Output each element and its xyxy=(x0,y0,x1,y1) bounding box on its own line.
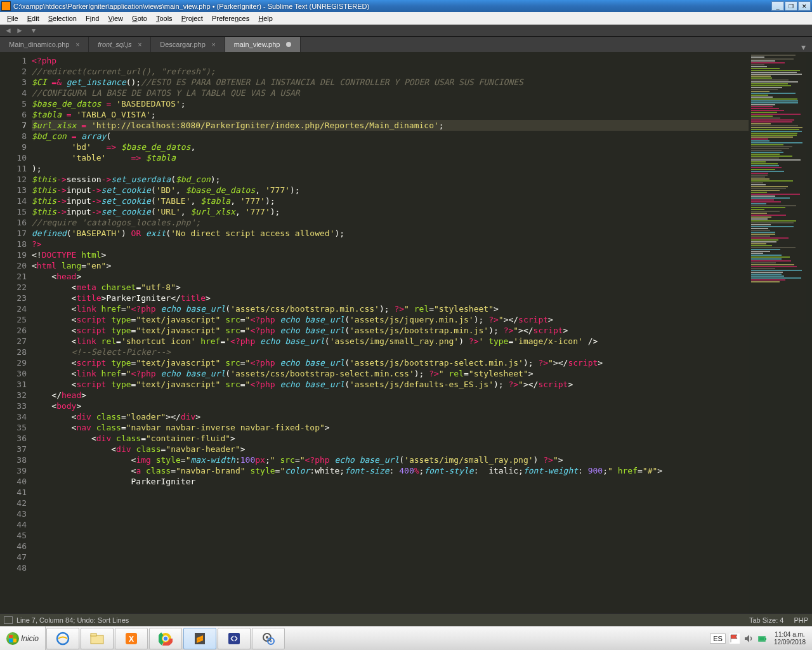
code-line[interactable]: <?php xyxy=(32,55,749,66)
code-line[interactable]: //require 'catalogos_locales.php'; xyxy=(32,217,749,228)
line-number[interactable]: 45 xyxy=(0,530,27,541)
code-line[interactable]: <script type="text/javascript" src="<?ph… xyxy=(32,379,749,390)
tray-power-icon[interactable] xyxy=(757,633,768,644)
code-line[interactable]: defined('BASEPATH') OR exit('No direct s… xyxy=(32,228,749,239)
minimap[interactable] xyxy=(749,52,812,613)
menu-view[interactable]: View xyxy=(103,13,128,23)
line-number[interactable]: 43 xyxy=(0,508,27,519)
code-line[interactable]: <img style="max-width:100px;" src="<?php… xyxy=(32,454,749,465)
task-devtools[interactable] xyxy=(218,628,251,649)
line-number[interactable]: 11 xyxy=(0,163,27,174)
menu-tools[interactable]: Tools xyxy=(152,13,177,23)
status-language[interactable]: PHP xyxy=(794,616,808,624)
line-number[interactable]: 2 xyxy=(0,66,27,77)
line-number[interactable]: 13 xyxy=(0,185,27,196)
menu-file[interactable]: File xyxy=(3,13,23,23)
code-line[interactable]: <nav class="navbar navbar-inverse navbar… xyxy=(32,422,749,433)
code-line[interactable]: <!DOCTYPE html> xyxy=(32,249,749,260)
line-number[interactable]: 34 xyxy=(0,411,27,422)
code-line[interactable]: <head> xyxy=(32,271,749,282)
close-tab-icon[interactable]: × xyxy=(212,41,216,48)
menu-preferences[interactable]: Preferences xyxy=(207,13,254,23)
task-sublime[interactable] xyxy=(183,628,216,649)
code-line[interactable]: <a class="navbar-brand" style="color:whi… xyxy=(32,465,749,476)
menu-selection[interactable]: Selection xyxy=(44,13,81,23)
tray-clock[interactable]: 11:04 a.m. 12/09/2018 xyxy=(771,631,808,646)
task-ie[interactable] xyxy=(46,628,79,649)
code-line[interactable]: $url_xlsx = 'http://localhost:8080/Parke… xyxy=(32,120,749,131)
code-line[interactable]: <!--Select-Picker--> xyxy=(32,347,749,357)
menu-find[interactable]: Find xyxy=(81,13,103,23)
line-number[interactable]: 27 xyxy=(0,336,27,347)
tab-main_dinamico-php[interactable]: Main_dinamico.php× xyxy=(0,37,89,52)
line-number[interactable]: 17 xyxy=(0,228,27,239)
line-number[interactable]: 32 xyxy=(0,390,27,401)
task-services[interactable] xyxy=(252,628,285,649)
code-line[interactable]: $bd_con = array( xyxy=(32,131,749,142)
tab-main_view-php[interactable]: main_view.php xyxy=(225,37,301,52)
code-line[interactable]: <body> xyxy=(32,401,749,411)
line-number[interactable]: 38 xyxy=(0,454,27,465)
line-number[interactable]: 46 xyxy=(0,541,27,552)
tray-flag-icon[interactable] xyxy=(730,633,740,644)
tabs-overflow-icon[interactable]: ▾ xyxy=(801,42,806,52)
menu-goto[interactable]: Goto xyxy=(128,13,152,23)
code-line[interactable]: <div class="navbar-header"> xyxy=(32,444,749,454)
line-number[interactable]: 22 xyxy=(0,282,27,293)
menu-edit[interactable]: Edit xyxy=(23,13,44,23)
code-line[interactable]: 'bd' => $base_de_datos, xyxy=(32,142,749,152)
code-line[interactable]: //redirect(current_url(), "refresh"); xyxy=(32,66,749,77)
code-line[interactable]: $CI =& get_instance();//ESTO ES PARA OBT… xyxy=(32,77,749,88)
code-line[interactable]: ParkerIgniter xyxy=(32,476,749,487)
line-number[interactable]: 30 xyxy=(0,368,27,379)
line-number[interactable]: 37 xyxy=(0,444,27,454)
nav-dropdown-icon[interactable]: ▾ xyxy=(28,25,39,36)
line-number[interactable]: 19 xyxy=(0,249,27,260)
line-number[interactable]: 16 xyxy=(0,217,27,228)
code-line[interactable]: //CONFIGURA LA BASE DE DATOS Y LA TABLA … xyxy=(32,88,749,98)
task-xampp[interactable]: X xyxy=(115,628,148,649)
code-line[interactable]: 'table' => $tabla xyxy=(32,152,749,163)
line-number[interactable]: 28 xyxy=(0,347,27,357)
minimize-button[interactable]: _ xyxy=(771,1,784,11)
close-tab-icon[interactable]: × xyxy=(138,41,141,48)
status-tabsize[interactable]: Tab Size: 4 xyxy=(749,616,783,624)
code-line[interactable]: ); xyxy=(32,163,749,174)
code-line[interactable]: $base_de_datos = 'BASEDEDATOS'; xyxy=(32,98,749,109)
code-line[interactable]: <link href="<?php echo base_url('assets/… xyxy=(32,368,749,379)
menu-project[interactable]: Project xyxy=(177,13,207,23)
line-number[interactable]: 14 xyxy=(0,196,27,206)
line-number[interactable]: 4 xyxy=(0,88,27,98)
line-number[interactable]: 21 xyxy=(0,271,27,282)
code-line[interactable]: $this->input->set_cookie('URL', $url_xls… xyxy=(32,206,749,217)
line-number[interactable]: 15 xyxy=(0,206,27,217)
line-number[interactable]: 26 xyxy=(0,325,27,336)
line-number[interactable]: 47 xyxy=(0,552,27,562)
line-number[interactable]: 48 xyxy=(0,562,27,573)
code-line[interactable]: $this->session->set_userdata($bd_con); xyxy=(32,174,749,185)
line-number[interactable]: 8 xyxy=(0,131,27,142)
code-line[interactable]: <link href="<?php echo base_url('assets/… xyxy=(32,303,749,314)
modified-indicator-icon[interactable] xyxy=(286,42,291,47)
line-number[interactable]: 12 xyxy=(0,174,27,185)
line-number[interactable]: 39 xyxy=(0,465,27,476)
code-line[interactable]: <script type="text/javascript" src="<?ph… xyxy=(32,325,749,336)
code-line[interactable]: <div class="loader"></div> xyxy=(32,411,749,422)
nav-forward-icon[interactable]: ► xyxy=(14,25,25,36)
line-number[interactable]: 33 xyxy=(0,401,27,411)
code-line[interactable]: $this->input->set_cookie('BD', $base_de_… xyxy=(32,185,749,196)
line-number[interactable]: 31 xyxy=(0,379,27,390)
line-number[interactable]: 44 xyxy=(0,519,27,530)
code-line[interactable]: $this->input->set_cookie('TABLE', $tabla… xyxy=(32,196,749,206)
tray-volume-icon[interactable] xyxy=(743,633,754,644)
line-number[interactable]: 25 xyxy=(0,314,27,325)
task-chrome[interactable] xyxy=(149,628,182,649)
code-line[interactable]: <div class="container-fluid"> xyxy=(32,433,749,444)
start-button[interactable]: Inicio xyxy=(0,627,46,651)
line-number[interactable]: 18 xyxy=(0,239,27,249)
menu-help[interactable]: Help xyxy=(254,13,277,23)
close-tab-icon[interactable]: × xyxy=(75,41,79,48)
task-explorer[interactable] xyxy=(81,628,114,649)
line-number[interactable]: 40 xyxy=(0,476,27,487)
line-number[interactable]: 10 xyxy=(0,152,27,163)
